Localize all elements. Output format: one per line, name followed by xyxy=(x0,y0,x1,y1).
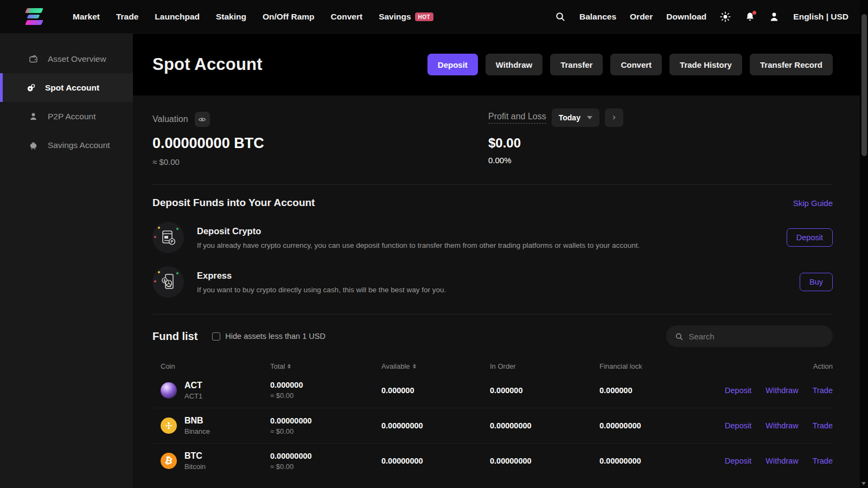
nav-item-savings-label: Savings xyxy=(379,12,411,22)
top-navbar: Market Trade Launchpad Staking On/Off Ra… xyxy=(0,0,868,34)
row-deposit-link[interactable]: Deposit xyxy=(725,386,751,395)
svg-text:P: P xyxy=(170,239,173,244)
nav-item-balances[interactable]: Balances xyxy=(579,12,616,22)
trade-history-button[interactable]: Trade History xyxy=(669,54,742,75)
logo-bar xyxy=(25,8,43,13)
nav-item-launchpad[interactable]: Launchpad xyxy=(155,12,200,22)
row-trade-link[interactable]: Trade xyxy=(813,421,833,430)
nav-item-staking[interactable]: Staking xyxy=(216,12,246,22)
guide-item-express: $ Express If you want to buy crypto dire… xyxy=(152,266,833,298)
row-withdraw-link[interactable]: Withdraw xyxy=(765,457,798,465)
financial-lock-value: 0.00000000 xyxy=(599,421,711,430)
available-value: 0.00000000 xyxy=(381,421,490,430)
period-dropdown[interactable]: Today xyxy=(552,108,599,127)
logo-bar xyxy=(25,20,43,25)
coins-icon xyxy=(25,82,36,93)
nav-item-market[interactable]: Market xyxy=(73,12,100,22)
account-actions: Deposit Withdraw Transfer Convert Trade … xyxy=(427,54,833,75)
btc-coin-icon: ₿ xyxy=(161,453,177,469)
nav-item-convert[interactable]: Convert xyxy=(331,12,363,22)
express-illustration-icon: $ xyxy=(152,266,184,298)
fund-list-title: Fund list xyxy=(152,330,197,343)
table-header: Coin Total Available In Order Financial … xyxy=(152,359,833,373)
stats-section: Valuation 0.00000000 BTC ≈ $0.00 Profit … xyxy=(152,95,833,184)
sort-icon xyxy=(288,364,291,369)
table-row: ₿ BTC Bitcoin 0.00000000 ≈ $0.00 0.00000… xyxy=(152,443,833,478)
guide-item-title: Deposit Crypto xyxy=(197,226,640,236)
sort-icon xyxy=(413,364,416,369)
act-coin-icon xyxy=(161,382,177,399)
page-scrollbar[interactable] xyxy=(860,0,868,488)
bnb-coin-icon xyxy=(161,418,177,434)
chevron-down-icon xyxy=(587,116,592,119)
skip-guide-link[interactable]: Skip Guide xyxy=(793,198,833,208)
search-input[interactable] xyxy=(688,332,824,341)
financial-lock-value: 0.000000 xyxy=(599,386,711,395)
toggle-visibility-eye-icon[interactable] xyxy=(195,112,210,127)
logo-bar xyxy=(27,15,40,18)
decor-dot xyxy=(158,271,160,273)
convert-button[interactable]: Convert xyxy=(610,54,662,75)
profit-loss-label[interactable]: Profit and Loss xyxy=(488,112,546,124)
sidebar-item-label: P2P Account xyxy=(48,112,95,121)
exchange-logo[interactable] xyxy=(26,6,49,28)
total-value: 0.00000000 xyxy=(270,416,381,425)
search-icon xyxy=(675,332,683,341)
sidebar-item-savings-account[interactable]: Savings Account xyxy=(0,131,133,159)
col-available[interactable]: Available xyxy=(381,362,490,370)
row-deposit-link[interactable]: Deposit xyxy=(725,421,751,430)
row-deposit-link[interactable]: Deposit xyxy=(725,457,751,465)
nav-item-order[interactable]: Order xyxy=(630,12,653,22)
hide-assets-checkbox[interactable] xyxy=(212,332,220,341)
search-icon[interactable] xyxy=(555,11,566,22)
sidebar-item-asset-overview[interactable]: Asset Overview xyxy=(0,44,133,73)
user-account-icon[interactable] xyxy=(769,11,780,22)
col-coin[interactable]: Coin xyxy=(161,362,270,370)
guide-item-desc: If you already have crypto currency, you… xyxy=(197,241,640,249)
available-value: 0.00000000 xyxy=(381,457,490,465)
row-withdraw-link[interactable]: Withdraw xyxy=(765,386,798,395)
main-content: Spot Account Deposit Withdraw Transfer C… xyxy=(133,34,868,488)
locale-selector[interactable]: English | USD xyxy=(793,12,848,22)
coin-name: Bitcoin xyxy=(184,463,206,471)
chevron-right-button[interactable]: › xyxy=(605,108,623,127)
deposit-button[interactable]: Deposit xyxy=(427,54,478,75)
theme-sun-icon[interactable] xyxy=(720,11,731,22)
transfer-record-button[interactable]: Transfer Record xyxy=(750,54,833,75)
total-value: 0.00000000 xyxy=(270,452,381,460)
coin-name: Binance xyxy=(184,427,210,435)
decor-dot xyxy=(154,236,156,238)
row-trade-link[interactable]: Trade xyxy=(813,457,833,465)
section-divider xyxy=(152,314,833,314)
sidebar-item-label: Savings Account xyxy=(48,140,110,150)
coin-symbol: ACT xyxy=(184,381,202,390)
deposit-crypto-illustration-icon: P xyxy=(152,222,184,253)
scrollbar-thumb[interactable] xyxy=(861,14,867,156)
in-order-value: 0.00000000 xyxy=(490,421,599,430)
section-divider xyxy=(152,184,833,185)
row-trade-link[interactable]: Trade xyxy=(813,386,833,395)
guide-deposit-button[interactable]: Deposit xyxy=(787,228,833,247)
total-fiat: ≈ $0.00 xyxy=(270,427,381,435)
col-total[interactable]: Total xyxy=(270,362,381,370)
notifications-bell-icon[interactable] xyxy=(744,11,755,22)
total-value: 0.000000 xyxy=(270,381,381,389)
decor-dot xyxy=(176,272,178,274)
nav-item-download[interactable]: Download xyxy=(666,12,706,22)
nav-item-onoff-ramp[interactable]: On/Off Ramp xyxy=(263,12,315,22)
guide-buy-button[interactable]: Buy xyxy=(800,273,833,291)
scrollbar-down-arrow-icon[interactable] xyxy=(861,482,866,485)
main-nav: Market Trade Launchpad Staking On/Off Ra… xyxy=(73,12,433,22)
sidebar-item-p2p-account[interactable]: P2P Account xyxy=(0,102,133,131)
total-fiat: ≈ $0.00 xyxy=(270,391,381,400)
piggy-bank-icon xyxy=(28,140,39,150)
nav-item-trade[interactable]: Trade xyxy=(116,12,138,22)
navbar-right: Balances Order Download English | USD xyxy=(555,11,848,22)
row-withdraw-link[interactable]: Withdraw xyxy=(765,421,798,430)
transfer-button[interactable]: Transfer xyxy=(550,54,603,75)
sidebar-item-spot-account[interactable]: Spot Account xyxy=(0,73,133,102)
coin-name: ACT1 xyxy=(184,392,202,400)
nav-item-savings[interactable]: Savings HOT xyxy=(379,12,433,22)
withdraw-button[interactable]: Withdraw xyxy=(486,54,542,75)
page-header: Spot Account Deposit Withdraw Transfer C… xyxy=(133,34,868,95)
